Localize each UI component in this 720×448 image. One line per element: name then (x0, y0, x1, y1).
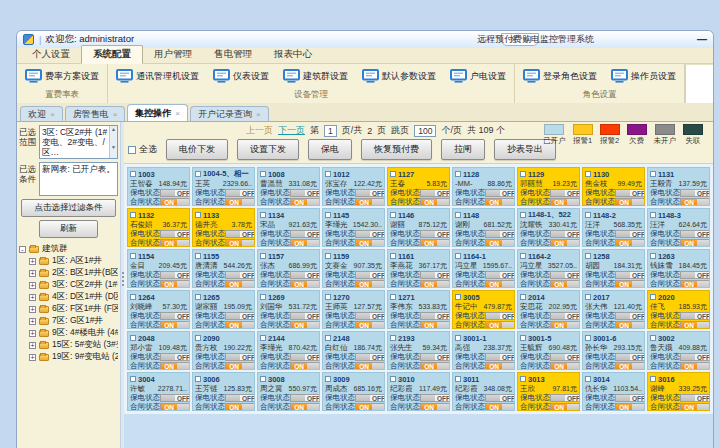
card-checkbox[interactable] (390, 253, 396, 259)
protect-status-toggle[interactable]: OFF (485, 394, 515, 402)
card-checkbox[interactable] (585, 335, 591, 341)
card-checkbox[interactable] (195, 376, 201, 382)
per-page-select[interactable]: 100 (414, 125, 436, 137)
switch-status-toggle[interactable]: ON (290, 321, 320, 329)
meter-card[interactable]: 1146 谢丽 875.12元 保电状态 OFF 合闸状态 ON (387, 208, 450, 247)
card-checkbox[interactable] (390, 335, 396, 341)
condition-listbox[interactable]: 新网表: 已开户表。 (39, 162, 118, 196)
expand-icon[interactable]: + (29, 318, 36, 325)
switch-status-toggle[interactable]: ON (485, 403, 515, 411)
switch-status-toggle[interactable]: ON (225, 362, 255, 370)
switch-status-toggle[interactable]: ON (420, 239, 450, 247)
switch-status-toggle[interactable]: ON (615, 239, 645, 247)
card-checkbox[interactable] (325, 212, 331, 218)
meter-card[interactable]: 3008 周之翼 550.97元 保电状态 OFF 合闸状态 ON (257, 372, 320, 411)
switch-status-toggle[interactable]: ON (290, 239, 320, 247)
protect-status-toggle[interactable]: OFF (420, 394, 450, 402)
protect-status-toggle[interactable]: OFF (615, 230, 645, 238)
switch-status-toggle[interactable]: ON (160, 198, 190, 206)
tree-item[interactable]: + 19区: 9#变电站 (2# (19, 351, 118, 363)
card-checkbox[interactable] (195, 212, 201, 218)
protect-status-toggle[interactable]: OFF (160, 394, 190, 402)
card-checkbox[interactable] (650, 335, 656, 341)
meter-card[interactable]: 2090 贵方枚 190.22元 保电状态 OFF 合闸状态 ON (192, 331, 255, 370)
meter-card[interactable]: 3002 鲁天娥 409.88元 保电状态 OFF 合闸状态 ON (647, 331, 710, 370)
switch-status-toggle[interactable]: ON (680, 198, 710, 206)
tree-item[interactable]: + 4区: D区1#井 (D区1 (19, 291, 118, 303)
card-checkbox[interactable] (390, 171, 396, 177)
card-checkbox[interactable] (520, 294, 526, 300)
card-checkbox[interactable] (325, 253, 331, 259)
meter-card[interactable]: 3016 谢峰 339.25元 保电状态 OFF 合闸状态 ON (647, 372, 710, 411)
switch-status-toggle[interactable]: ON (485, 362, 515, 370)
card-checkbox[interactable] (650, 212, 656, 218)
card-checkbox[interactable] (520, 253, 526, 259)
protect-status-toggle[interactable]: OFF (550, 394, 580, 402)
meter-card[interactable]: 1159 文赛金 907.35元 保电状态 OFF 合闸状态 ON (322, 249, 385, 288)
command-button[interactable]: 设置下发 (237, 139, 299, 160)
protect-status-toggle[interactable]: OFF (160, 353, 190, 361)
meter-card[interactable]: 1008 曹温慧 331.08元 保电状态 OFF 合闸状态 ON (257, 167, 320, 206)
meter-card[interactable]: 1148-3 汪洋 624.64元 保电状态 OFF 合闸状态 ON (647, 208, 710, 247)
card-checkbox[interactable] (260, 253, 266, 259)
card-checkbox[interactable] (130, 376, 136, 382)
switch-status-toggle[interactable]: ON (615, 362, 645, 370)
meter-card[interactable]: 1145 李瑾光 1542.30.. 保电状态 OFF 合闸状态 ON (322, 208, 385, 247)
card-checkbox[interactable] (520, 376, 526, 382)
protect-status-toggle[interactable]: OFF (225, 312, 255, 320)
protect-status-toggle[interactable]: OFF (225, 271, 255, 279)
menu-item[interactable]: 用户管理 (143, 46, 203, 63)
ribbon-button[interactable]: 建筑群设置 (281, 67, 350, 85)
meter-card[interactable]: 2017 张大伟 121.40元 保电状态 OFF 合闸状态 ON (582, 290, 645, 329)
card-checkbox[interactable] (325, 335, 331, 341)
meter-card[interactable]: 1132 石俊娟 36.37元 保电状态 OFF 合闸状态 ON (127, 208, 190, 247)
switch-status-toggle[interactable]: ON (355, 403, 385, 411)
switch-status-toggle[interactable]: ON (420, 280, 450, 288)
switch-status-toggle[interactable]: ON (160, 280, 190, 288)
protect-status-toggle[interactable]: OFF (355, 312, 385, 320)
expand-icon[interactable]: + (29, 342, 36, 349)
meter-card[interactable]: 1161 李燕花 367.17元 保电状态 OFF 合闸状态 ON (387, 249, 450, 288)
switch-status-toggle[interactable]: ON (290, 198, 320, 206)
protect-status-toggle[interactable]: OFF (160, 230, 190, 238)
minimize-button[interactable]: — (697, 34, 707, 45)
menu-item[interactable]: 报表中心 (263, 46, 323, 63)
switch-status-toggle[interactable]: ON (225, 198, 255, 206)
protect-status-toggle[interactable]: OFF (420, 230, 450, 238)
refresh-button[interactable]: 刷新 (39, 220, 98, 238)
protect-status-toggle[interactable]: OFF (225, 353, 255, 361)
protect-status-toggle[interactable]: OFF (550, 353, 580, 361)
protect-status-toggle[interactable]: OFF (420, 271, 450, 279)
protect-status-toggle[interactable]: OFF (355, 353, 385, 361)
switch-status-toggle[interactable]: ON (550, 321, 580, 329)
meter-card[interactable]: 2014 安思花 202.95元 保电状态 OFF 合闸状态 ON (517, 290, 580, 329)
card-checkbox[interactable] (455, 253, 461, 259)
protect-status-toggle[interactable]: OFF (160, 312, 190, 320)
card-checkbox[interactable] (520, 171, 526, 177)
switch-status-toggle[interactable]: ON (550, 362, 580, 370)
switch-status-toggle[interactable]: ON (420, 198, 450, 206)
menu-item[interactable]: 售电管理 (203, 46, 263, 63)
switch-status-toggle[interactable]: ON (485, 239, 515, 247)
card-checkbox[interactable] (260, 294, 266, 300)
protect-status-toggle[interactable]: OFF (225, 189, 255, 197)
protect-status-toggle[interactable]: OFF (290, 271, 320, 279)
card-checkbox[interactable] (650, 171, 656, 177)
meter-card[interactable]: 3013 王欣 97.81元 保电状态 OFF 合闸状态 ON (517, 372, 580, 411)
switch-status-toggle[interactable]: ON (680, 239, 710, 247)
meter-card[interactable]: 1271 李伟东 533.83元 保电状态 OFF 合闸状态 ON (387, 290, 450, 329)
card-checkbox[interactable] (195, 294, 201, 300)
meter-card[interactable]: 1164-2 冯立星 3527.05.. 保电状态 OFF 合闸状态 ON (517, 249, 580, 288)
expand-icon[interactable]: + (29, 330, 36, 337)
switch-status-toggle[interactable]: ON (680, 280, 710, 288)
doc-tab[interactable]: 欢迎 × (20, 106, 63, 121)
card-checkbox[interactable] (455, 335, 461, 341)
protect-status-toggle[interactable]: OFF (420, 189, 450, 197)
prev-page-link[interactable]: 上一页 (246, 124, 273, 137)
protect-status-toggle[interactable]: OFF (615, 394, 645, 402)
protect-status-toggle[interactable]: OFF (225, 230, 255, 238)
switch-status-toggle[interactable]: ON (225, 403, 255, 411)
protect-status-toggle[interactable]: OFF (680, 189, 710, 197)
protect-status-toggle[interactable]: OFF (680, 353, 710, 361)
meter-card[interactable]: 1004-5、相一 王英 2329.66.. 保电状态 OFF 合闸状态 ON (192, 167, 255, 206)
